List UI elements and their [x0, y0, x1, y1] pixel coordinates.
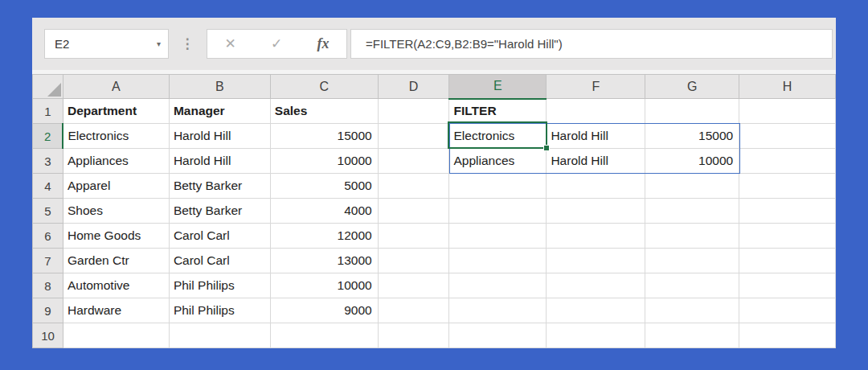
column-header-F[interactable]: F: [547, 75, 645, 99]
cell-E1[interactable]: FILTER: [449, 99, 547, 124]
cell-H10[interactable]: [739, 323, 836, 348]
cell-B9[interactable]: Phil Philips: [169, 298, 270, 323]
cell-H8[interactable]: [739, 273, 836, 298]
cell-B3[interactable]: Harold Hill: [169, 149, 270, 174]
cell-D7[interactable]: [378, 249, 449, 273]
cell-G8[interactable]: [645, 273, 739, 298]
cell-G5[interactable]: [645, 199, 739, 224]
column-header-B[interactable]: B: [169, 75, 270, 99]
cell-F10[interactable]: [547, 323, 645, 348]
cell-E4[interactable]: [449, 174, 547, 199]
cell-B2[interactable]: Harold Hill: [169, 124, 270, 149]
cell-E8[interactable]: [449, 273, 547, 298]
cell-A1[interactable]: Department: [63, 99, 169, 124]
cell-G6[interactable]: [645, 224, 739, 249]
cell-A9[interactable]: Hardware: [63, 298, 169, 323]
cell-F8[interactable]: [547, 273, 645, 298]
cell-H1[interactable]: [739, 99, 836, 124]
cell-D9[interactable]: [378, 298, 449, 323]
cell-B5[interactable]: Betty Barker: [169, 199, 270, 224]
row-header-2[interactable]: 2: [33, 124, 63, 149]
cell-C2[interactable]: 15000: [270, 124, 378, 149]
cell-H5[interactable]: [739, 199, 836, 224]
name-box[interactable]: E2 ▾: [44, 29, 169, 59]
cell-E7[interactable]: [449, 249, 547, 273]
column-header-C[interactable]: C: [270, 75, 378, 99]
cell-H6[interactable]: [739, 224, 836, 249]
cell-A8[interactable]: Automotive: [63, 273, 169, 298]
cell-C7[interactable]: 13000: [270, 249, 378, 273]
cell-C3[interactable]: 10000: [270, 149, 378, 174]
cell-B6[interactable]: Carol Carl: [169, 224, 270, 249]
cell-D5[interactable]: [378, 199, 449, 224]
cell-A3[interactable]: Appliances: [63, 149, 169, 174]
cell-C8[interactable]: 10000: [270, 273, 378, 298]
cell-D3[interactable]: [378, 149, 449, 174]
cell-A7[interactable]: Garden Ctr: [63, 249, 169, 273]
cell-B10[interactable]: [169, 323, 270, 348]
cell-C10[interactable]: [270, 323, 378, 348]
cell-G3[interactable]: 10000: [645, 149, 739, 174]
row-header-7[interactable]: 7: [33, 249, 63, 273]
cell-G7[interactable]: [645, 249, 739, 273]
cell-H7[interactable]: [739, 249, 836, 273]
cell-E9[interactable]: [449, 298, 547, 323]
row-header-10[interactable]: 10: [33, 323, 63, 348]
cell-H9[interactable]: [739, 298, 836, 323]
cell-G1[interactable]: [645, 99, 739, 124]
cell-B4[interactable]: Betty Barker: [169, 174, 270, 199]
row-header-9[interactable]: 9: [33, 298, 63, 323]
cell-D8[interactable]: [378, 273, 449, 298]
column-header-D[interactable]: D: [378, 75, 449, 99]
cell-E2[interactable]: Electronics: [449, 124, 547, 149]
cell-G4[interactable]: [645, 174, 739, 199]
column-header-E[interactable]: E: [449, 75, 547, 99]
cell-E6[interactable]: [449, 224, 547, 249]
cell-F9[interactable]: [547, 298, 645, 323]
column-header-H[interactable]: H: [739, 75, 836, 99]
cell-A6[interactable]: Home Goods: [63, 224, 169, 249]
cell-D6[interactable]: [378, 224, 449, 249]
cell-B1[interactable]: Manager: [169, 99, 270, 124]
cell-H4[interactable]: [739, 174, 836, 199]
cell-C6[interactable]: 12000: [270, 224, 378, 249]
cell-D4[interactable]: [378, 174, 449, 199]
enter-icon[interactable]: ✓: [271, 35, 282, 52]
cell-B7[interactable]: Carol Carl: [169, 249, 270, 273]
name-box-dropdown-icon[interactable]: ▾: [157, 39, 168, 48]
cell-A4[interactable]: Apparel: [63, 174, 169, 199]
cell-E10[interactable]: [449, 323, 547, 348]
cell-D1[interactable]: [378, 99, 449, 124]
cell-G9[interactable]: [645, 298, 739, 323]
cell-A2[interactable]: Electronics: [63, 124, 169, 149]
row-header-4[interactable]: 4: [33, 174, 63, 199]
formula-bar[interactable]: =FILTER(A2:C9,B2:B9="Harold Hill"): [350, 29, 833, 59]
cell-F4[interactable]: [547, 174, 645, 199]
row-header-6[interactable]: 6: [33, 224, 63, 249]
insert-function-icon[interactable]: fx: [317, 35, 329, 52]
fill-handle[interactable]: [543, 145, 550, 151]
cell-D2[interactable]: [378, 124, 449, 149]
column-header-A[interactable]: A: [63, 75, 169, 99]
cell-A10[interactable]: [63, 323, 169, 348]
row-header-1[interactable]: 1: [33, 99, 63, 124]
cell-A5[interactable]: Shoes: [63, 199, 169, 224]
cell-F2[interactable]: Harold Hill: [547, 124, 645, 149]
cell-C9[interactable]: 9000: [270, 298, 378, 323]
row-header-8[interactable]: 8: [33, 273, 63, 298]
row-header-3[interactable]: 3: [33, 149, 63, 174]
cancel-icon[interactable]: ✕: [225, 35, 236, 52]
cell-C5[interactable]: 4000: [270, 199, 378, 224]
cell-F3[interactable]: Harold Hill: [547, 149, 645, 174]
column-header-G[interactable]: G: [645, 75, 739, 99]
select-all-corner[interactable]: [33, 75, 63, 99]
row-header-5[interactable]: 5: [33, 199, 63, 224]
cell-F6[interactable]: [547, 224, 645, 249]
cell-B8[interactable]: Phil Philips: [169, 273, 270, 298]
cell-C1[interactable]: Sales: [270, 99, 378, 124]
cell-G2[interactable]: 15000: [645, 124, 739, 149]
cell-C4[interactable]: 5000: [270, 174, 378, 199]
cell-H2[interactable]: [739, 124, 836, 149]
cell-E5[interactable]: [449, 199, 547, 224]
cell-F1[interactable]: [547, 99, 645, 124]
